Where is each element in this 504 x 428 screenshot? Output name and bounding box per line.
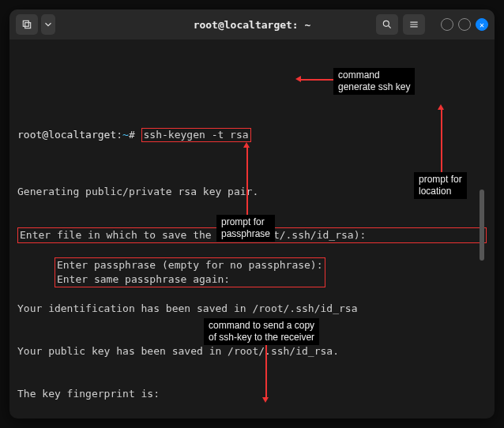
arrow-line <box>300 79 333 81</box>
terminal-line: Your identification has been saved in /r… <box>17 302 487 316</box>
scrollbar-thumb[interactable] <box>480 190 484 261</box>
menu-button[interactable] <box>403 14 425 35</box>
search-button[interactable] <box>376 14 398 35</box>
window-minimize[interactable] <box>441 18 453 31</box>
svg-rect-0 <box>23 21 28 26</box>
arrow-head-icon <box>262 397 269 403</box>
tab-dropdown-button[interactable] <box>41 14 55 35</box>
arrow-line <box>265 344 267 399</box>
annotation-label: prompt for location <box>414 172 467 199</box>
annotation-label: command to send a copy of ssh-key to the… <box>204 318 319 345</box>
arrow-head-icon <box>243 142 250 148</box>
annotation-label: prompt for passphrase <box>216 215 275 242</box>
terminal-line: Enter same passphrase again: <box>57 273 230 285</box>
terminal-line: Enter file in which to save the key (/ro… <box>20 229 366 241</box>
prompt-user: root@localtarget <box>17 129 116 141</box>
terminal-line: The key fingerprint is: <box>17 387 487 401</box>
arrow-line <box>441 107 442 174</box>
terminal-line: root@localtarget:~# ssh-keygen -t rsa <box>17 128 487 142</box>
window-maximize[interactable] <box>458 18 471 31</box>
prompt-highlight: Enter passphrase (empty for no passphras… <box>55 257 325 287</box>
new-tab-button[interactable] <box>16 14 38 35</box>
terminal-line: Your public key has been saved in /root/… <box>17 344 487 359</box>
titlebar-right: ✕ <box>376 14 488 35</box>
svg-line-3 <box>389 26 391 28</box>
svg-point-2 <box>383 21 389 26</box>
terminal-body[interactable]: root@localtarget:~# ssh-keygen -t rsa Ge… <box>9 39 495 419</box>
titlebar-left <box>16 14 55 35</box>
terminal-window: root@localtarget: ~ ✕ root@localtarget:~… <box>9 9 495 419</box>
command-highlight: ssh-keygen -t rsa <box>141 128 251 142</box>
terminal-line: Enter passphrase (empty for no passphras… <box>57 259 323 271</box>
window-close[interactable]: ✕ <box>476 18 488 31</box>
arrow-head-icon <box>438 104 444 110</box>
arrow-line <box>246 145 248 216</box>
svg-rect-1 <box>25 23 31 28</box>
arrow-head-icon <box>295 76 301 82</box>
annotation-label: command generate ssh key <box>333 68 415 95</box>
titlebar: root@localtarget: ~ ✕ <box>9 9 495 39</box>
